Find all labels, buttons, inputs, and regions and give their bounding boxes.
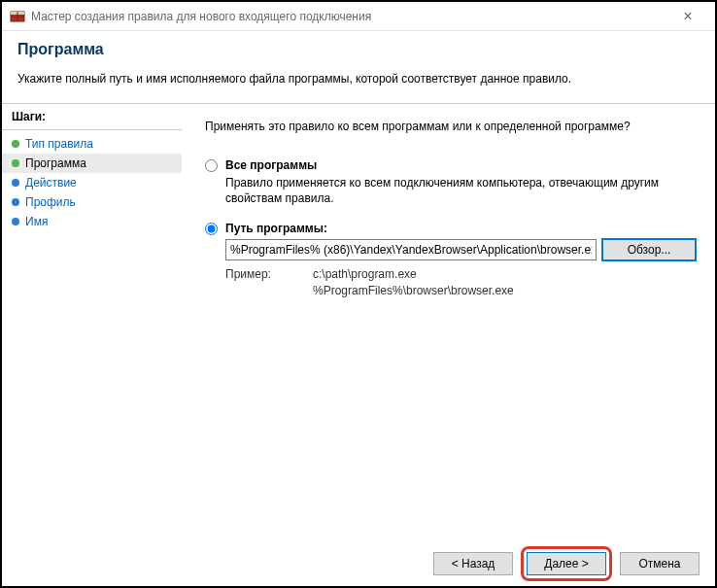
wizard-window: Мастер создания правила для нового входя… [0,0,717,588]
step-rule-type[interactable]: Тип правила [2,134,182,154]
firewall-icon [10,9,25,24]
cancel-button[interactable]: Отмена [620,552,700,575]
option-all-programs: Все программы Правило применяется ко все… [205,158,696,206]
radio-all-programs[interactable] [205,159,218,172]
step-action[interactable]: Действие [2,173,182,192]
step-profile[interactable]: Профиль [2,192,182,212]
bullet-icon [12,218,19,225]
next-highlight: Далее > [521,546,612,581]
body: Шаги: Тип правила Программа Действие Про… [2,104,715,539]
bullet-icon [12,159,19,167]
radio-path-label: Путь программы: [225,222,327,235]
window-title: Мастер создания правила для нового входя… [31,10,668,23]
step-program[interactable]: Программа [2,154,182,173]
step-name[interactable]: Имя [2,212,182,231]
back-button[interactable]: < Назад [433,552,513,575]
radio-all-label: Все программы [225,158,317,172]
steps-sidebar: Шаги: Тип правила Программа Действие Про… [2,104,182,539]
footer: < Назад Далее > Отмена [2,539,715,586]
page-description: Укажите полный путь и имя исполняемого ф… [17,72,700,86]
program-path-input[interactable] [225,239,597,260]
page-title: Программа [17,41,700,58]
example-label: Пример: [225,266,284,297]
header: Программа Укажите полный путь и имя испо… [2,31,715,97]
next-button[interactable]: Далее > [527,552,606,575]
content: Применять это правило ко всем программам… [182,104,715,539]
radio-program-path[interactable] [205,223,218,235]
bullet-icon [12,198,19,206]
steps-heading: Шаги: [2,110,182,130]
close-button[interactable]: × [668,8,707,25]
option-program-path: Путь программы: Обзор... Пример: c:\path… [205,222,696,297]
example-block: Пример: c:\path\program.exe %ProgramFile… [225,266,696,297]
question-text: Применять это правило ко всем программам… [205,120,696,133]
browse-button[interactable]: Обзор... [602,239,696,260]
radio-group: Все программы Правило применяется ко все… [205,158,696,298]
titlebar: Мастер создания правила для нового входя… [2,2,715,31]
radio-all-sub: Правило применяется ко всем подключениям… [225,175,696,206]
example-lines: c:\path\program.exe %ProgramFiles%\brows… [313,266,514,297]
bullet-icon [12,179,19,187]
bullet-icon [12,140,19,148]
